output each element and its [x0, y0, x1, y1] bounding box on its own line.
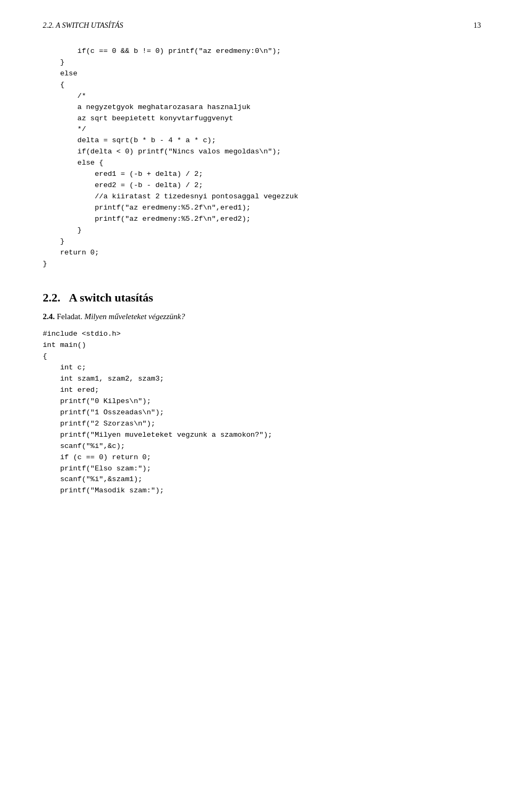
task-number: 2.4. — [43, 312, 55, 321]
code-block-2: #include <stdio.h> int main() { int c; i… — [43, 329, 481, 497]
section-number: 2.2. — [43, 291, 60, 305]
task-text: Milyen műveleteket végezzünk? — [84, 312, 185, 321]
code-block-1: if(c == 0 && b != 0) printf("az eredmeny… — [43, 46, 481, 269]
page-header: 2.2. A SWITCH UTASÍTÁS 13 — [43, 21, 481, 30]
section-heading: 2.2. A switch utasítás — [43, 291, 481, 305]
task-feladat: Feladat. — [57, 312, 84, 321]
section-title: A switch utasítás — [69, 291, 153, 305]
task-label: 2.4. Feladat. Milyen műveleteket végezzü… — [43, 312, 481, 321]
header-title: 2.2. A SWITCH UTASÍTÁS — [43, 21, 123, 30]
page-number: 13 — [473, 21, 481, 30]
